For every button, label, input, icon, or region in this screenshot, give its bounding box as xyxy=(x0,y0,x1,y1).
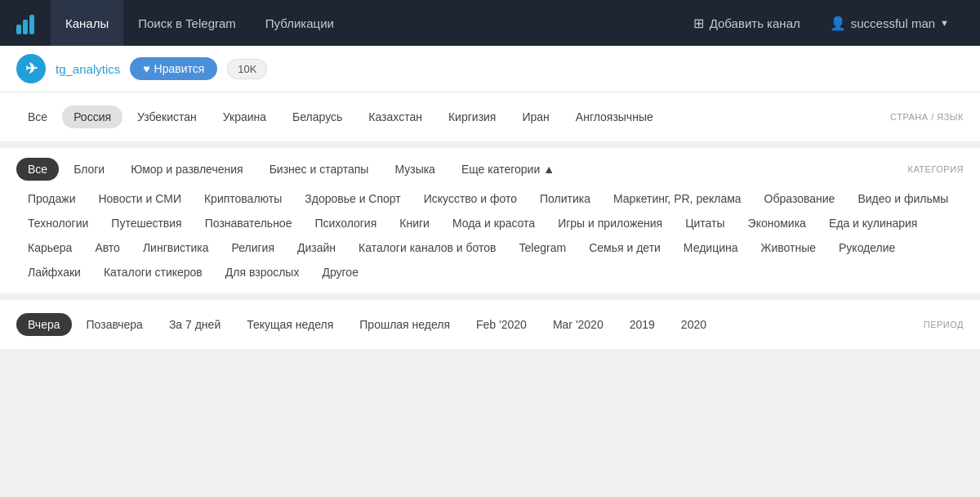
cat-sub-tag-17[interactable]: Экономика xyxy=(737,212,817,235)
period-tag-8[interactable]: 2020 xyxy=(670,313,718,336)
cat-sub-tag-23[interactable]: Дизайн xyxy=(286,236,347,259)
cat-sub-tag-8[interactable]: Видео и фильмы xyxy=(846,187,960,210)
cat-sub-tag-20[interactable]: Авто xyxy=(83,236,131,259)
cat-sub-tag-3[interactable]: Здоровье и Спорт xyxy=(293,187,412,210)
cat-sub-tag-7[interactable]: Образование xyxy=(753,187,847,210)
plus-icon: ⊞ xyxy=(693,16,704,31)
period-tag-1[interactable]: Позавчера xyxy=(75,313,154,336)
nav-channels[interactable]: Каналы xyxy=(51,0,123,46)
country-tag-6[interactable]: Киргизия xyxy=(437,105,508,128)
chevron-down-icon: ▼ xyxy=(940,18,949,28)
bar3 xyxy=(29,15,34,34)
add-channel-button[interactable]: ⊞ Добавить канал xyxy=(679,0,815,46)
period-tag-5[interactable]: Feb '2020 xyxy=(465,313,538,336)
country-tag-8[interactable]: Англоязычные xyxy=(564,105,665,128)
period-tag-6[interactable]: Mar '2020 xyxy=(541,313,615,336)
cat-sub-tag-26[interactable]: Семья и дети xyxy=(577,236,672,259)
cat-sub-tag-24[interactable]: Каталоги каналов и ботов xyxy=(347,236,507,259)
nav-search[interactable]: Поиск в Telegram xyxy=(123,0,251,46)
country-tag-4[interactable]: Беларусь xyxy=(281,105,354,128)
cat-sub-tag-0[interactable]: Продажи xyxy=(16,187,87,210)
country-filter-label: СТРАНА / ЯЗЫК xyxy=(890,112,964,122)
heart-icon: ♥ xyxy=(143,62,149,75)
category-filter-section: КАТЕГОРИЯ ВсеБлогиЮмор и развлеченияБизн… xyxy=(0,148,980,293)
like-button[interactable]: ♥ Нравится xyxy=(130,57,217,80)
add-channel-label: Добавить канал xyxy=(710,16,800,30)
cat-main-tag-1[interactable]: Блоги xyxy=(62,158,116,181)
cat-sub-tag-12[interactable]: Психология xyxy=(303,212,388,235)
cat-sub-tag-16[interactable]: Цитаты xyxy=(674,212,736,235)
period-tag-0[interactable]: Вчера xyxy=(16,313,72,336)
channel-logo: ✈ xyxy=(16,54,46,83)
country-filter-row: ВсеРоссияУзбекистанУкраинаБеларусьКазахс… xyxy=(16,105,964,128)
user-name: successful man xyxy=(851,16,935,30)
country-tag-7[interactable]: Иран xyxy=(510,105,560,128)
cat-sub-tag-15[interactable]: Игры и приложения xyxy=(546,212,674,235)
cat-sub-tag-10[interactable]: Путешествия xyxy=(100,212,193,235)
nav-links: Каналы Поиск в Telegram Публикации xyxy=(51,0,679,46)
nav-publications[interactable]: Публикации xyxy=(251,0,349,46)
cat-sub-tag-25[interactable]: Telegram xyxy=(508,236,578,259)
period-filter-row: ВчераПозавчераЗа 7 днейТекущая неделяПро… xyxy=(16,313,964,336)
country-tag-1[interactable]: Россия xyxy=(62,105,122,128)
cat-main-tag-5[interactable]: Еще категории ▲ xyxy=(450,158,566,181)
category-sub-grid: ПродажиНовости и СМИКриптовалютыЗдоровье… xyxy=(16,187,964,284)
bar1 xyxy=(16,25,21,34)
cat-main-tag-0[interactable]: Все xyxy=(16,158,59,181)
country-filter-section: ВсеРоссияУзбекистанУкраинаБеларусьКазахс… xyxy=(0,92,980,141)
cat-sub-tag-27[interactable]: Медицина xyxy=(672,236,750,259)
period-filter-label: ПЕРИОД xyxy=(924,320,964,329)
cat-main-tag-4[interactable]: Музыка xyxy=(383,158,447,181)
period-filter-section: ВчераПозавчераЗа 7 днейТекущая неделяПро… xyxy=(0,300,980,349)
cat-sub-tag-14[interactable]: Мода и красота xyxy=(441,212,546,235)
period-tag-4[interactable]: Прошлая неделя xyxy=(348,313,461,336)
cat-sub-tag-9[interactable]: Технологии xyxy=(16,212,100,235)
cat-sub-tag-5[interactable]: Политика xyxy=(528,187,602,210)
category-main-row: ВсеБлогиЮмор и развлеченияБизнес и старт… xyxy=(16,158,964,181)
cat-main-tag-2[interactable]: Юмор и развлечения xyxy=(119,158,254,181)
bar2 xyxy=(23,20,28,34)
cat-sub-tag-2[interactable]: Криптовалюты xyxy=(193,187,293,210)
cat-sub-tag-29[interactable]: Рукоделие xyxy=(827,236,906,259)
cat-sub-tag-18[interactable]: Еда и кулинария xyxy=(817,212,929,235)
cat-sub-tag-22[interactable]: Религия xyxy=(220,236,286,259)
like-count: 10K xyxy=(227,59,267,79)
country-tag-2[interactable]: Узбекистан xyxy=(126,105,208,128)
channel-bar: ✈ tg_analytics ♥ Нравится 10K xyxy=(0,46,980,92)
cat-sub-tag-1[interactable]: Новости и СМИ xyxy=(87,187,192,210)
cat-main-tag-3[interactable]: Бизнес и стартапы xyxy=(258,158,381,181)
period-tag-7[interactable]: 2019 xyxy=(618,313,666,336)
person-icon: 👤 xyxy=(830,16,846,31)
cat-sub-tag-30[interactable]: Лайфхаки xyxy=(16,261,92,284)
cat-sub-tag-11[interactable]: Познавательное xyxy=(194,212,304,235)
cat-sub-tag-19[interactable]: Карьера xyxy=(16,236,83,259)
country-tag-0[interactable]: Все xyxy=(16,105,59,128)
cat-sub-tag-6[interactable]: Маркетинг, PR, реклама xyxy=(602,187,753,210)
cat-sub-tag-4[interactable]: Искусство и фото xyxy=(412,187,528,210)
cat-sub-tag-21[interactable]: Лингвистика xyxy=(131,236,220,259)
period-tag-2[interactable]: За 7 дней xyxy=(158,313,232,336)
cat-sub-tag-33[interactable]: Другое xyxy=(310,261,369,284)
cat-sub-tag-32[interactable]: Для взрослых xyxy=(214,261,311,284)
cat-sub-tag-28[interactable]: Животные xyxy=(750,236,828,259)
user-menu[interactable]: 👤 successful man ▼ xyxy=(815,0,964,46)
navbar: Каналы Поиск в Telegram Публикации ⊞ Доб… xyxy=(0,0,980,46)
cat-sub-tag-31[interactable]: Каталоги стикеров xyxy=(92,261,214,284)
filters-container: ВсеРоссияУзбекистанУкраинаБеларусьКазахс… xyxy=(0,92,980,349)
channel-name[interactable]: tg_analytics xyxy=(56,62,120,76)
category-filter-label: КАТЕГОРИЯ xyxy=(907,164,964,174)
period-tag-3[interactable]: Текущая неделя xyxy=(235,313,345,336)
logo-icon xyxy=(16,11,34,34)
country-tag-5[interactable]: Казахстан xyxy=(357,105,434,128)
logo[interactable] xyxy=(16,11,34,34)
cat-sub-tag-13[interactable]: Книги xyxy=(388,212,441,235)
country-tag-3[interactable]: Украина xyxy=(212,105,278,128)
